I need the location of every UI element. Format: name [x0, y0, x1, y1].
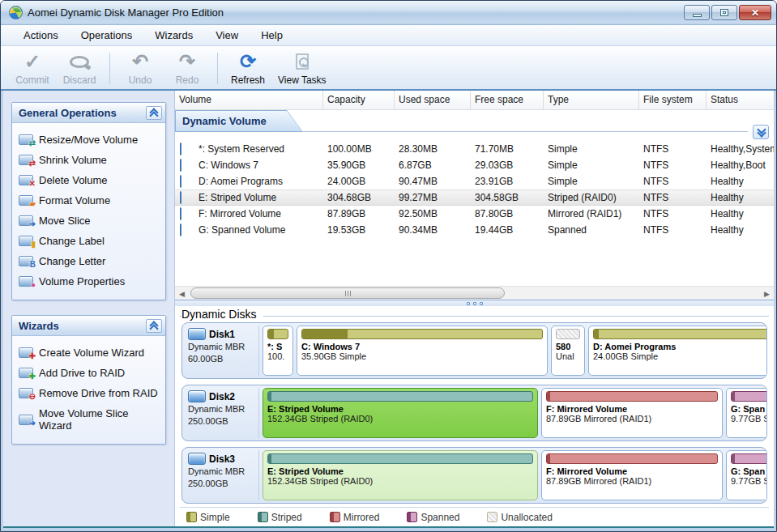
disk1-volume-c-windows7[interactable]: C: Windows 7 35.90GB Simple	[297, 326, 548, 376]
scroll-right-arrow-icon[interactable]: ▶	[760, 287, 774, 300]
sidebar-item-resize-move-volume[interactable]: ⇄ Resize/Move Volume	[17, 130, 162, 150]
disk3-label[interactable]: Disk3 Dynamic MBR 250.00GB	[185, 450, 259, 500]
sidebar-item-change-label[interactable]: ▮ Change Label	[17, 231, 162, 251]
sidebar-item-volume-properties[interactable]: ● Volume Properties	[17, 271, 162, 292]
toolbar: ✓ Commit Discard ↶ Undo ↷ Redo ⟳ Refresh…	[1, 46, 776, 91]
volume-disk-icon	[180, 223, 181, 236]
sidebar-item-delete-volume[interactable]: ✕ Delete Volume	[17, 170, 162, 190]
sidebar-item-move-slice[interactable]: ➜ Move Slice	[17, 211, 162, 231]
table-row-c-windows7[interactable]: C: Windows 7 35.90GB 6.87GB 29.03GB Simp…	[175, 157, 774, 173]
toolbar-separator	[217, 53, 218, 84]
close-icon: ✕	[751, 7, 759, 19]
sidebar-item-shrink-volume[interactable]: ⇄ Shrink Volume	[17, 150, 162, 170]
sidebar-item-change-letter[interactable]: B Change Letter	[17, 251, 162, 271]
table-row-e-striped-volume[interactable]: E: Striped Volume 304.68GB 99.27MB 304.5…	[175, 189, 774, 206]
capacity-bar	[556, 329, 580, 339]
column-header-free-space[interactable]: Free space	[471, 91, 544, 109]
menu-actions[interactable]: Actions	[12, 27, 70, 45]
menu-help[interactable]: Help	[250, 27, 294, 45]
disk2-label[interactable]: Disk2 Dynamic MBR 250.00GB	[185, 388, 259, 438]
add-drive-icon: ✚	[19, 368, 33, 378]
chevron-up-icon	[151, 109, 157, 116]
mirrored-color-swatch	[330, 512, 340, 522]
table-row-system-reserved[interactable]: *: System Reserved 100.00MB 28.30MB 71.7…	[175, 141, 774, 157]
maximize-button[interactable]	[711, 5, 737, 20]
capacity-bar	[731, 391, 767, 402]
disk3-volume-e-striped[interactable]: E: Striped Volume 152.34GB Striped (RAID…	[263, 450, 538, 500]
app-window: Aomei Dynamic Disk Manager Pro Edition ✕…	[0, 0, 777, 532]
undo-button[interactable]: ↶ Undo	[117, 49, 164, 87]
chevron-double-down-icon	[757, 128, 765, 136]
legend-mirrored: Mirrored	[330, 512, 380, 523]
sidebar: General Operations ⇄ Resize/Move Volume …	[3, 91, 175, 528]
expand-list-button[interactable]	[753, 125, 769, 139]
minimize-button[interactable]	[684, 5, 710, 20]
commit-button[interactable]: ✓ Commit	[9, 49, 56, 87]
table-row-f-mirrored-volume[interactable]: F: Mirrored Volume 87.89GB 92.50MB 87.80…	[175, 206, 774, 222]
move-volume-slice-icon: ➜	[19, 415, 33, 425]
toolbar-separator	[109, 53, 110, 84]
wizards-panel: Wizards ✚ Create Volume Wizard ✚ Add Dri…	[11, 315, 166, 445]
disk3-volume-f-mirrored[interactable]: F: Mirrored Volume 87.89GB Mirrored (RAI…	[541, 450, 723, 500]
volume-disk-icon	[180, 159, 181, 172]
change-label-icon: ▮	[19, 236, 33, 246]
column-header-type[interactable]: Type	[544, 91, 639, 109]
window-title: Aomei Dynamic Disk Manager Pro Edition	[28, 6, 684, 19]
app-body: General Operations ⇄ Resize/Move Volume …	[1, 91, 776, 531]
legend-unallocated: Unallocated	[487, 512, 552, 523]
column-header-file-system[interactable]: File system	[639, 91, 707, 109]
disk-icon	[188, 453, 206, 465]
view-tasks-icon	[296, 51, 309, 72]
disk2-volume-g-spanned[interactable]: G: Span 9.77GB S	[726, 388, 767, 438]
shrink-icon: ⇄	[19, 155, 33, 165]
sidebar-item-add-drive-to-raid[interactable]: ✚ Add Drive to RAID	[17, 363, 162, 383]
horizontal-scrollbar[interactable]: ◀ ▶	[175, 286, 774, 300]
panel-title: Wizards	[19, 320, 59, 332]
scrollbar-track[interactable]	[189, 287, 760, 300]
legend-simple: Simple	[186, 512, 230, 523]
menu-operations[interactable]: Operations	[70, 27, 144, 45]
discard-button[interactable]: Discard	[56, 49, 103, 87]
column-header-used-space[interactable]: Used space	[395, 91, 471, 109]
capacity-bar	[267, 329, 288, 339]
panel-title: General Operations	[19, 107, 117, 119]
pane-splitter[interactable]	[175, 300, 774, 306]
scroll-left-arrow-icon[interactable]: ◀	[175, 287, 189, 300]
sidebar-item-remove-drive-from-raid[interactable]: ⊖ Remove Drive from RAID	[17, 383, 162, 403]
create-volume-icon: ✚	[19, 347, 33, 358]
sidebar-item-format-volume[interactable]: ▰ Format Volume	[17, 190, 162, 211]
tab-dynamic-volume[interactable]: Dynamic Volume	[175, 110, 303, 132]
table-row-d-aomei-programs[interactable]: D: Aomei Programs 24.00GB 90.47MB 23.91G…	[175, 173, 774, 189]
main-pane: Volume Capacity Used space Free space Ty…	[175, 91, 774, 528]
disk2-volume-e-striped[interactable]: E: Striped Volume 152.34GB Striped (RAID…	[263, 388, 538, 438]
change-letter-icon: B	[19, 256, 33, 266]
sidebar-item-create-volume-wizard[interactable]: ✚ Create Volume Wizard	[17, 343, 162, 363]
disk1-volume-system-reserved[interactable]: *: S 100.	[263, 326, 293, 376]
close-button[interactable]: ✕	[739, 5, 771, 20]
view-tasks-button[interactable]: View Tasks	[271, 49, 333, 87]
collapse-button[interactable]	[146, 106, 162, 120]
volume-disk-icon	[180, 143, 181, 155]
table-row-g-spanned-volume[interactable]: G: Spanned Volume 19.53GB 90.34MB 19.44G…	[175, 222, 774, 238]
menu-wizards[interactable]: Wizards	[143, 27, 204, 45]
chevron-up-icon	[151, 322, 157, 329]
redo-arrow-icon: ↷	[179, 51, 195, 72]
menu-view[interactable]: View	[204, 27, 250, 45]
disk1-volume-unallocated[interactable]: 580 Unal	[551, 326, 585, 376]
move-slice-icon: ➜	[19, 215, 33, 226]
capacity-bar	[593, 329, 767, 339]
scrollbar-thumb[interactable]	[190, 287, 505, 299]
column-header-capacity[interactable]: Capacity	[323, 91, 395, 109]
disk1-volume-d-aomei-programs[interactable]: D: Aomei Programs 24.00GB Simple	[588, 326, 767, 376]
disk2-volume-f-mirrored[interactable]: F: Mirrored Volume 87.89GB Mirrored (RAI…	[541, 388, 723, 438]
striped-color-swatch	[258, 512, 268, 522]
delete-icon: ✕	[19, 175, 33, 185]
disk1-label[interactable]: Disk1 Dynamic MBR 60.00GB	[185, 326, 259, 376]
column-header-status[interactable]: Status	[707, 91, 774, 109]
collapse-button[interactable]	[146, 319, 162, 333]
refresh-button[interactable]: ⟳ Refresh	[224, 49, 271, 87]
redo-button[interactable]: ↷ Redo	[164, 49, 211, 87]
sidebar-item-move-volume-slice-wizard[interactable]: ➜ Move Volume Slice Wizard	[17, 403, 162, 436]
column-header-volume[interactable]: Volume	[175, 91, 323, 109]
disk3-volume-g-spanned[interactable]: G: Span 9.77GB S	[726, 450, 767, 500]
